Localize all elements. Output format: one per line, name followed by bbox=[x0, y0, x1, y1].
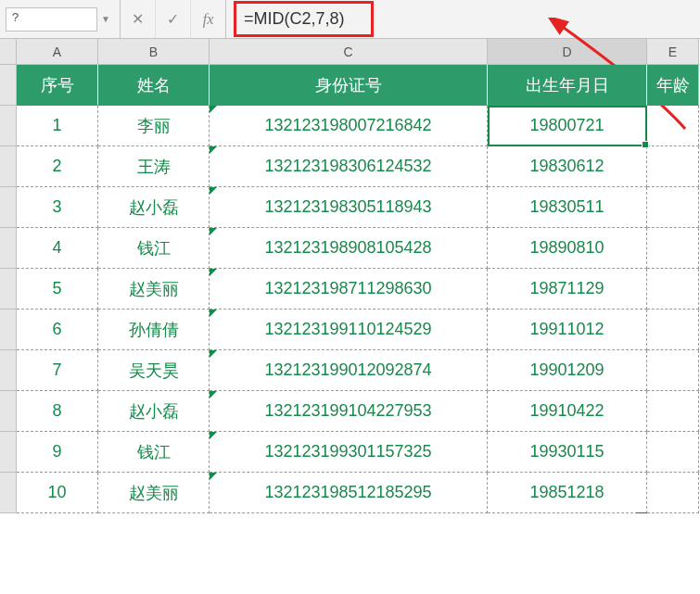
row-header[interactable] bbox=[0, 228, 17, 269]
row-header[interactable] bbox=[0, 391, 17, 432]
table-row: 3赵小磊13212319830511894319830511 bbox=[0, 187, 700, 228]
cell-age[interactable] bbox=[647, 310, 699, 350]
column-headers: A B C D E bbox=[0, 39, 700, 65]
error-indicator-icon bbox=[210, 228, 217, 235]
cell-birth[interactable]: 19830511 bbox=[488, 187, 647, 228]
row-header[interactable] bbox=[0, 310, 17, 350]
cell-seq[interactable]: 5 bbox=[17, 269, 98, 310]
cell-seq[interactable]: 9 bbox=[17, 432, 98, 473]
cell-id[interactable]: 132123198711298630 bbox=[210, 269, 488, 310]
cell-id[interactable]: 132123199012092874 bbox=[210, 350, 488, 391]
cell-id[interactable]: 132123198306124532 bbox=[210, 146, 488, 187]
cell-name[interactable]: 王涛 bbox=[98, 146, 210, 187]
cell-seq[interactable]: 1 bbox=[17, 106, 98, 146]
cell-age[interactable] bbox=[647, 187, 699, 228]
col-header-c[interactable]: C bbox=[210, 39, 488, 64]
col-header-d[interactable]: D bbox=[488, 39, 647, 64]
cell-age[interactable] bbox=[647, 432, 699, 473]
cell-birth[interactable]: 19800721 bbox=[488, 106, 647, 146]
col-header-b[interactable]: B bbox=[98, 39, 210, 64]
col-header-a[interactable]: A bbox=[17, 39, 98, 64]
cell-id[interactable]: 132123198007216842 bbox=[210, 106, 488, 146]
cell-seq[interactable]: 7 bbox=[17, 350, 98, 391]
cell-age[interactable] bbox=[647, 473, 699, 513]
cell-seq[interactable]: 3 bbox=[17, 187, 98, 228]
formula-highlight: =MID(C2,7,8) bbox=[234, 1, 374, 37]
table-row: 7吴天昊13212319901209287419901209 bbox=[0, 350, 700, 391]
cell-birth[interactable]: 19911012 bbox=[488, 310, 647, 350]
error-indicator-icon bbox=[210, 269, 217, 276]
select-all-corner[interactable] bbox=[0, 39, 17, 64]
table-row: 8赵小磊13212319910422795319910422 bbox=[0, 391, 700, 432]
cell-id[interactable]: 132123199301157325 bbox=[210, 432, 488, 473]
cell-id[interactable]: 132123199104227953 bbox=[210, 391, 488, 432]
fx-icon[interactable]: fx bbox=[191, 0, 226, 38]
th-id[interactable]: 身份证号 bbox=[210, 65, 488, 106]
name-box-wrap: ? ▼ bbox=[0, 0, 121, 38]
cell-birth[interactable]: 19830612 bbox=[488, 146, 647, 187]
cell-seq[interactable]: 6 bbox=[17, 310, 98, 350]
cell-name[interactable]: 钱江 bbox=[98, 432, 210, 473]
error-indicator-icon bbox=[210, 432, 217, 439]
error-indicator-icon bbox=[210, 106, 217, 113]
cell-age[interactable] bbox=[647, 146, 699, 187]
enter-icon[interactable]: ✓ bbox=[156, 0, 191, 38]
row-header[interactable] bbox=[0, 350, 17, 391]
col-header-e[interactable]: E bbox=[647, 39, 699, 64]
error-indicator-icon bbox=[210, 391, 217, 398]
cell-seq[interactable]: 10 bbox=[17, 473, 98, 513]
row-header[interactable] bbox=[0, 146, 17, 187]
row-header[interactable] bbox=[0, 65, 17, 106]
cell-birth[interactable]: 19910422 bbox=[488, 391, 647, 432]
row-header[interactable] bbox=[0, 106, 17, 146]
cell-seq[interactable]: 2 bbox=[17, 146, 98, 187]
cell-age[interactable] bbox=[647, 106, 699, 146]
error-indicator-icon bbox=[210, 350, 217, 358]
error-indicator-icon bbox=[210, 146, 217, 154]
error-indicator-icon bbox=[210, 187, 217, 195]
table-row: 4钱江13212319890810542819890810 bbox=[0, 228, 700, 269]
cell-birth[interactable]: 19930115 bbox=[488, 432, 647, 473]
cell-id[interactable]: 132123198908105428 bbox=[210, 228, 488, 269]
cell-id[interactable]: 132123199110124529 bbox=[210, 310, 488, 350]
autofill-indicator[interactable] bbox=[636, 512, 647, 513]
cell-name[interactable]: 李丽 bbox=[98, 106, 210, 146]
cell-id[interactable]: 132123198512185295 bbox=[210, 473, 488, 513]
cell-name[interactable]: 吴天昊 bbox=[98, 350, 210, 391]
cell-id[interactable]: 132123198305118943 bbox=[210, 187, 488, 228]
table-row: 9钱江13212319930115732519930115 bbox=[0, 432, 700, 473]
row-header[interactable] bbox=[0, 473, 17, 513]
cell-age[interactable] bbox=[647, 228, 699, 269]
name-box[interactable]: ? bbox=[6, 7, 97, 32]
cell-seq[interactable]: 4 bbox=[17, 228, 98, 269]
cancel-icon[interactable]: ✕ bbox=[121, 0, 156, 38]
th-name[interactable]: 姓名 bbox=[98, 65, 210, 106]
row-header[interactable] bbox=[0, 269, 17, 310]
cell-name[interactable]: 赵美丽 bbox=[98, 473, 210, 513]
cell-name[interactable]: 钱江 bbox=[98, 228, 210, 269]
th-seq[interactable]: 序号 bbox=[17, 65, 98, 106]
table-row: 5赵美丽13212319871129863019871129 bbox=[0, 269, 700, 310]
cell-name[interactable]: 赵小磊 bbox=[98, 391, 210, 432]
formula-buttons: ✕ ✓ fx bbox=[121, 0, 226, 38]
error-indicator-icon bbox=[210, 473, 217, 480]
error-indicator-icon bbox=[210, 310, 217, 317]
cell-age[interactable] bbox=[647, 391, 699, 432]
cell-age[interactable] bbox=[647, 269, 699, 310]
th-age[interactable]: 年龄 bbox=[647, 65, 699, 106]
table-header-row: 序号 姓名 身份证号 出生年月日 年龄 bbox=[0, 65, 700, 106]
cell-birth[interactable]: 19871129 bbox=[488, 269, 647, 310]
cell-name[interactable]: 赵美丽 bbox=[98, 269, 210, 310]
cell-name[interactable]: 赵小磊 bbox=[98, 187, 210, 228]
row-header[interactable] bbox=[0, 187, 17, 228]
cell-seq[interactable]: 8 bbox=[17, 391, 98, 432]
formula-input[interactable]: =MID(C2,7,8) bbox=[226, 0, 700, 41]
name-box-dropdown[interactable]: ▼ bbox=[97, 7, 114, 32]
row-header[interactable] bbox=[0, 432, 17, 473]
cell-birth[interactable]: 19901209 bbox=[488, 350, 647, 391]
th-birth[interactable]: 出生年月日 bbox=[488, 65, 647, 106]
cell-birth[interactable]: 19890810 bbox=[488, 228, 647, 269]
cell-birth[interactable]: 19851218 bbox=[488, 473, 647, 513]
cell-name[interactable]: 孙倩倩 bbox=[98, 310, 210, 350]
cell-age[interactable] bbox=[647, 350, 699, 391]
